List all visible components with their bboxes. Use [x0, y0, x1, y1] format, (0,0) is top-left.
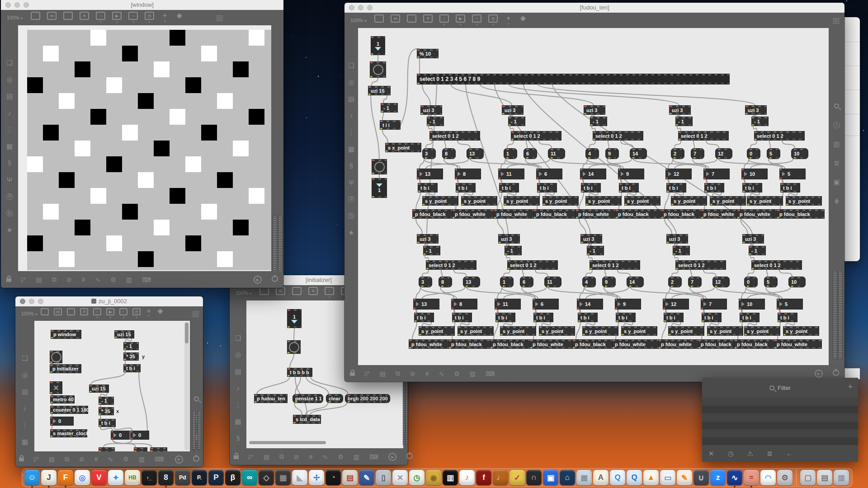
dock-icon-firefox[interactable]: F: [58, 470, 73, 485]
dock-icon-headphones-app[interactable]: ∩: [526, 470, 542, 485]
zoom-level-select[interactable]: 100% ▾: [350, 18, 366, 23]
dock-icon-tool-bag[interactable]: ∪: [693, 470, 709, 485]
dock-icon-easel-app[interactable]: ✕: [392, 470, 408, 485]
cube-icon[interactable]: ❏: [6, 57, 12, 69]
audio-power-icon[interactable]: [406, 453, 413, 460]
dock-icon-home-g-app[interactable]: ⌂: [560, 470, 575, 485]
mute-icon[interactable]: ⊘: [66, 276, 72, 283]
window-lcd[interactable]: [window] 100% ▾ m✕○▾▶▾−▾◷▾+▾◈ ⣿⣿ ❏◎▤♪⋮▦§…: [1, 0, 283, 288]
dock-icon-finder[interactable]: ☺: [24, 470, 40, 485]
dock-icon-processing-py[interactable]: P: [208, 470, 224, 485]
presentation-icon[interactable]: ▤: [36, 276, 42, 283]
grid-icon[interactable]: #: [82, 276, 85, 283]
dock-icon-terminal[interactable]: ›_: [142, 470, 157, 485]
audio-power-icon[interactable]: [833, 370, 839, 377]
dock-icon-device-app[interactable]: ▯: [376, 470, 391, 485]
dock-icon-vivaldi[interactable]: V: [91, 470, 107, 485]
inspector-icon[interactable]: ⚙: [454, 370, 460, 377]
zoom-level-select[interactable]: 100% ▾: [7, 15, 23, 20]
dots-sequence-icon[interactable]: ⋮: [22, 419, 28, 431]
list-icon[interactable]: ≣: [834, 157, 840, 169]
traffic-lights[interactable]: [349, 5, 373, 10]
cube-icon[interactable]: ❏: [235, 332, 241, 344]
film-icon[interactable]: ▤: [348, 93, 354, 105]
target-icon[interactable]: ◎: [348, 76, 354, 88]
search-icon[interactable]: [194, 393, 199, 405]
dock-icon-cube-app[interactable]: ◇: [259, 470, 274, 485]
dock-icon-pages-doc[interactable]: ✎: [677, 470, 692, 485]
select-mode-icon[interactable]: ◸: [365, 370, 370, 377]
dock-icon-machine-app[interactable]: ▦: [275, 470, 291, 485]
patcher-icon[interactable]: [259, 287, 269, 295]
dock-icon-wifi-app[interactable]: ◠: [760, 470, 776, 485]
button-icon[interactable]: ○▾: [93, 308, 101, 319]
music-note-icon[interactable]: ♪: [349, 110, 353, 122]
playbar-icon[interactable]: ▶▾: [456, 14, 465, 26]
paint-bucket-icon[interactable]: ◈: [157, 308, 163, 314]
dock-icon-arduino[interactable]: ∞: [242, 470, 257, 485]
lock-icon[interactable]: [6, 276, 11, 283]
traffic-lights[interactable]: [5, 2, 29, 8]
image-icon[interactable]: ▦: [348, 143, 354, 155]
dial-icon[interactable]: ◷▾: [488, 14, 498, 26]
mute-icon[interactable]: ⊘: [294, 453, 299, 460]
circle-b-icon[interactable]: ⓑ: [6, 207, 13, 219]
button-icon[interactable]: ○▾: [96, 12, 105, 23]
presentation-icon[interactable]: ▤: [380, 370, 386, 377]
object-browser-icon[interactable]: ⣿⣿: [192, 310, 198, 317]
dock-icon-zoom[interactable]: z: [710, 470, 726, 485]
dock-icon-radar-app[interactable]: ◔: [326, 470, 341, 485]
traffic-lights[interactable]: [20, 299, 43, 304]
run-icon[interactable]: ▶: [388, 452, 396, 461]
select-mode-icon[interactable]: ◸: [21, 276, 26, 283]
dial-icon[interactable]: ◷▾: [132, 308, 141, 319]
toggle-icon[interactable]: ✕: [423, 14, 433, 23]
circle-p-icon[interactable]: Ⓟ: [6, 191, 13, 202]
target-icon[interactable]: ◎: [6, 74, 12, 85]
run-icon[interactable]: ▶: [175, 455, 183, 464]
presentation-icon[interactable]: ▤: [264, 453, 269, 460]
circle-p-icon[interactable]: Ⓟ: [348, 193, 355, 205]
grid-icon[interactable]: #: [425, 370, 429, 377]
audio-power-icon[interactable]: [193, 455, 199, 463]
dock-icon-journal[interactable]: J: [41, 470, 57, 485]
paperclip-icon[interactable]: §: [8, 157, 11, 169]
vertical-scrollbar[interactable]: [184, 322, 189, 450]
lock-icon[interactable]: [350, 370, 355, 377]
layers-icon[interactable]: ⧉: [52, 276, 57, 283]
button-icon[interactable]: ○▾: [439, 14, 449, 26]
playbar-icon[interactable]: ▶▾: [106, 308, 114, 319]
back-arrow-icon[interactable]: ←: [786, 450, 793, 457]
paint-bucket-icon[interactable]: ◈: [175, 12, 183, 19]
music-note-icon[interactable]: ♪: [23, 403, 27, 414]
patcher-icon[interactable]: [31, 12, 40, 20]
dock-icon-trash[interactable]: ▥: [834, 470, 849, 485]
circle-b-icon[interactable]: ⓑ: [348, 210, 355, 222]
dock-icon-cards-app[interactable]: ▤: [342, 470, 358, 485]
zoom-level-select[interactable]: 100% ▾: [21, 311, 37, 316]
camera-icon[interactable]: ▣: [833, 176, 840, 188]
columns-icon[interactable]: ▥: [833, 138, 840, 150]
film-icon[interactable]: ▤: [6, 90, 13, 102]
film-icon[interactable]: ▤: [22, 386, 28, 398]
patch-cords-icon[interactable]: ∿: [108, 455, 113, 463]
comment-icon[interactable]: [63, 12, 73, 20]
piano-icon[interactable]: ▥: [126, 276, 132, 283]
dock-icon-photos[interactable]: ▦: [576, 470, 592, 485]
number-box-icon[interactable]: −▾: [472, 14, 481, 26]
dock-icon-coin-app[interactable]: ◉: [426, 470, 441, 485]
dock-icon-clock-app[interactable]: ◷: [409, 470, 425, 485]
dots-sequence-icon[interactable]: ⋮: [6, 124, 13, 136]
sliders-icon[interactable]: ⋕: [834, 195, 840, 207]
layers-icon[interactable]: ⧉: [65, 455, 69, 463]
clear-console-icon[interactable]: ✕: [708, 450, 714, 458]
image-icon[interactable]: ▦: [235, 416, 241, 427]
dock-icon-beta-app[interactable]: β: [225, 470, 241, 485]
mute-icon[interactable]: ⊘: [410, 370, 415, 377]
grid-icon[interactable]: #: [309, 453, 313, 460]
playbar-icon[interactable]: ▶▾: [112, 12, 122, 23]
alert-icon[interactable]: ⚠: [747, 450, 753, 458]
dock-icon-safari[interactable]: ✦: [108, 470, 123, 485]
dock-icon-wedge-app[interactable]: ◣: [292, 470, 307, 485]
grid-icon[interactable]: #: [94, 455, 98, 463]
